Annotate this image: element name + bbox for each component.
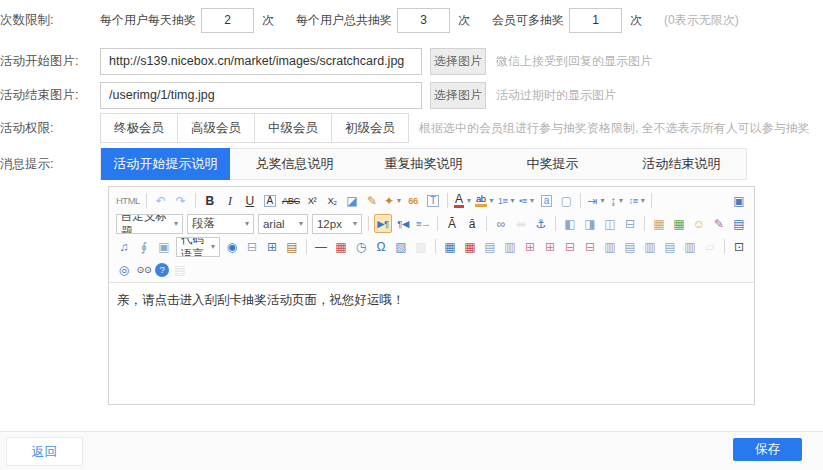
indent-icon[interactable]: ⇥▾ <box>586 191 605 210</box>
tab-activity-start-prompt[interactable]: 活动开始提示说明 <box>101 148 230 180</box>
to-uppercase-icon[interactable]: Ā <box>443 214 461 233</box>
page-break-icon[interactable]: ⊟ <box>243 237 261 256</box>
merge-cells-icon[interactable]: ▥ <box>601 237 619 256</box>
strikethrough-icon[interactable]: ABC <box>281 191 301 210</box>
redo-icon[interactable]: ↷ <box>172 191 190 210</box>
start-image-input[interactable] <box>100 48 422 75</box>
image-align-left-icon[interactable]: ◨ <box>581 214 599 233</box>
member-option-ultimate[interactable]: 终极会员 <box>101 114 177 142</box>
direction-ltr-icon[interactable]: ▶¶ <box>374 214 392 233</box>
tab-activity-end[interactable]: 活动结束说明 <box>617 149 746 179</box>
undo-icon[interactable]: ↶ <box>152 191 170 210</box>
format-brush-icon[interactable]: ✎ <box>363 191 381 210</box>
help-icon[interactable]: ? <box>155 263 169 277</box>
code-language-select[interactable]: 代码语言▾ <box>176 237 220 257</box>
insert-frame-icon[interactable]: ▣ <box>155 237 173 256</box>
image-manager-icon[interactable]: ▧ <box>392 237 410 256</box>
link-icon[interactable]: ∞ <box>492 214 510 233</box>
merge-right-icon[interactable]: ▤ <box>621 237 639 256</box>
search-replace-icon[interactable]: ⊙⊙ <box>135 260 153 279</box>
superscript-icon[interactable]: X² <box>303 191 321 210</box>
anchor-box-icon[interactable]: a <box>537 191 555 210</box>
baidu-app-icon[interactable]: ⊞ <box>263 237 281 256</box>
insert-row-icon[interactable]: ⊞ <box>521 237 539 256</box>
font-size-select[interactable]: 12px▾ <box>312 214 362 234</box>
member-option-junior[interactable]: 初级会员 <box>331 114 408 142</box>
snapshot-icon[interactable]: ◉ <box>223 237 241 256</box>
paragraph-spacing-icon[interactable]: ↨▾ <box>608 191 626 210</box>
toolbar-separator <box>146 193 147 208</box>
music-icon[interactable]: ♫ <box>115 237 133 256</box>
tab-repeat-draw[interactable]: 重复抽奖说明 <box>359 149 488 179</box>
tab-win-prompt[interactable]: 中奖提示 <box>488 149 617 179</box>
paragraph-format-select[interactable]: 段落▾ <box>187 214 254 234</box>
blockquote-icon[interactable]: 66 <box>404 191 422 210</box>
direction-rtl-icon[interactable]: ¶◀ <box>394 214 412 233</box>
time-icon[interactable]: ◷ <box>352 237 370 256</box>
autotypeset-icon[interactable]: ✦▾ <box>383 191 402 210</box>
date-icon[interactable]: ▦ <box>332 237 350 256</box>
line-height-icon[interactable]: ↕≡▾ <box>628 191 646 210</box>
member-option-middle[interactable]: 中级会员 <box>254 114 331 142</box>
member-extra-input[interactable] <box>569 8 622 33</box>
insert-image-icon[interactable]: ▦ <box>670 214 688 233</box>
first-line-indent-icon[interactable]: ≡→ <box>414 214 432 233</box>
table-title-row-icon[interactable]: ▥ <box>501 237 519 256</box>
delete-col-icon[interactable]: ⊟ <box>581 237 599 256</box>
insert-table-icon[interactable]: ▦ <box>441 237 459 256</box>
insert-col-icon[interactable]: ⊞ <box>541 237 559 256</box>
video-icon[interactable]: ▤ <box>730 214 748 233</box>
underline-icon[interactable]: U <box>241 191 259 210</box>
image-icon[interactable]: ▦ <box>650 214 668 233</box>
image-align-center-icon[interactable]: ◫ <box>601 214 619 233</box>
attachment-icon[interactable]: ∮ <box>135 237 153 256</box>
subscript-icon[interactable]: X₂ <box>323 191 341 210</box>
back-button[interactable]: 返回 <box>6 437 83 466</box>
paste-plain-icon[interactable]: T <box>424 191 442 210</box>
table-title-cell-icon[interactable]: ▤ <box>481 237 499 256</box>
source-html-button[interactable]: HTML <box>115 191 141 210</box>
unordered-list-icon[interactable]: •≡▾ <box>517 191 535 210</box>
highlight-color-icon[interactable]: ab▾ <box>474 191 495 210</box>
preview-icon[interactable]: ◎ <box>115 260 133 279</box>
delete-table-icon[interactable]: ▦ <box>461 237 479 256</box>
bold-icon[interactable]: B <box>201 191 219 210</box>
member-extra-unit: 次 <box>630 12 642 29</box>
template-icon[interactable]: ▤ <box>283 237 301 256</box>
emoticon-icon[interactable]: ☺ <box>690 214 708 233</box>
horizontal-rule-icon[interactable]: — <box>312 237 330 256</box>
split-cols-icon[interactable]: ▥ <box>681 237 699 256</box>
font-color-icon[interactable]: A▾ <box>453 191 472 210</box>
permission-label: 活动权限: <box>0 120 100 137</box>
italic-icon[interactable]: I <box>221 191 239 210</box>
ordered-list-icon[interactable]: 1≡▾ <box>497 191 516 210</box>
eraser-icon[interactable]: ◪ <box>343 191 361 210</box>
to-lowercase-icon[interactable]: ā <box>463 214 481 233</box>
tab-redeem-info[interactable]: 兑奖信息说明 <box>230 149 359 179</box>
editor-content[interactable]: 亲，请点击进入刮刮卡抽奖活动页面，祝您好运哦！ <box>109 282 754 404</box>
editor-toolbar: HTML↶↷BIUAABCX²X₂◪✎✦▾66TA▾ab▾1≡▾•≡▾a▢⇥▾↨… <box>109 187 754 282</box>
end-image-input[interactable] <box>100 82 422 109</box>
special-char-icon[interactable]: Ω <box>372 237 390 256</box>
daily-limit-input[interactable] <box>201 8 254 33</box>
fullscreen-icon[interactable]: ▣ <box>730 191 748 210</box>
font-family-select[interactable]: arial▾ <box>258 214 308 234</box>
print-icon[interactable]: ⊡ <box>730 237 748 256</box>
blank-doc-icon[interactable]: ▢ <box>557 191 575 210</box>
total-limit-label: 每个用户总共抽奖 <box>296 12 392 29</box>
member-option-senior[interactable]: 高级会员 <box>177 114 254 142</box>
split-rows-icon[interactable]: ▤ <box>661 237 679 256</box>
image-align-right-icon[interactable]: ⊟ <box>621 214 639 233</box>
total-limit-input[interactable] <box>397 8 450 33</box>
toolbar-separator <box>555 216 556 231</box>
save-button[interactable]: 保存 <box>733 438 802 461</box>
delete-row-icon[interactable]: ⊟ <box>561 237 579 256</box>
start-image-pick-button[interactable]: 选择图片 <box>430 48 486 75</box>
anchor-icon[interactable]: ⚓ <box>532 214 550 233</box>
font-border-icon[interactable]: A <box>261 191 279 210</box>
image-align-none-icon[interactable]: ◧ <box>561 214 579 233</box>
merge-down-icon[interactable]: ▥ <box>641 237 659 256</box>
custom-title-select[interactable]: 自定义标题▾ <box>116 214 183 234</box>
scrawl-icon[interactable]: ✎ <box>710 214 728 233</box>
end-image-pick-button[interactable]: 选择图片 <box>430 82 486 109</box>
